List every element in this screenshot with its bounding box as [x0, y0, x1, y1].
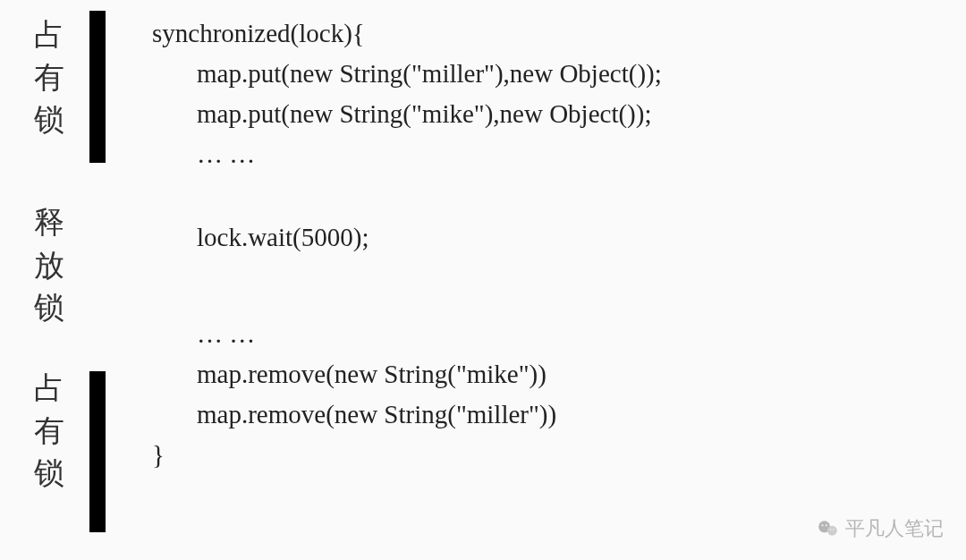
label-char: 锁 [34, 452, 64, 495]
watermark-text: 平凡人笔记 [845, 515, 944, 542]
svg-point-3 [826, 524, 827, 526]
label-char: 有 [34, 56, 64, 99]
svg-point-2 [822, 524, 824, 526]
code-line-close: } [152, 435, 966, 475]
label-char: 锁 [34, 286, 64, 329]
bars-column [72, 9, 116, 551]
label-char: 放 [34, 244, 64, 287]
label-char: 锁 [34, 98, 64, 141]
bracket-bar-1 [89, 11, 106, 163]
label-hold-lock-1: 占 有 锁 [27, 9, 72, 170]
main-container: 占 有 锁 释 放 锁 占 有 锁 synchronized(lock){ ma… [0, 0, 966, 560]
code-column: synchronized(lock){ map.put(new String("… [116, 9, 966, 551]
svg-point-4 [830, 529, 832, 530]
code-line-remove2: map.remove(new String("miller")) [152, 395, 966, 435]
spacer [152, 258, 966, 301]
code-line-put1: map.put(new String("miller"),new Object(… [152, 54, 966, 94]
svg-point-1 [827, 526, 837, 536]
label-release-lock: 释 放 锁 [27, 170, 72, 349]
code-line-put2: map.put(new String("mike"),new Object())… [152, 94, 966, 134]
svg-point-5 [833, 529, 835, 530]
wechat-icon [817, 517, 840, 540]
code-line-remove1: map.remove(new String("mike")) [152, 354, 966, 395]
label-char: 占 [34, 13, 64, 56]
code-line-ellipsis1: … … [152, 134, 966, 174]
labels-column: 占 有 锁 释 放 锁 占 有 锁 [27, 9, 72, 551]
bar-wrapper-3 [72, 371, 116, 550]
spacer [152, 174, 966, 217]
bar-wrapper-2 [72, 183, 116, 371]
spacer [152, 301, 966, 314]
label-char: 有 [34, 410, 64, 453]
code-line-ellipsis2: … … [152, 314, 966, 354]
label-char: 释 [34, 201, 64, 244]
bracket-bar-2 [89, 371, 106, 532]
watermark: 平凡人笔记 [817, 515, 944, 542]
code-line-sync: synchronized(lock){ [152, 13, 966, 54]
code-line-wait: lock.wait(5000); [152, 217, 966, 258]
label-char: 占 [34, 367, 64, 410]
label-hold-lock-2: 占 有 锁 [27, 349, 72, 519]
bar-wrapper-1 [72, 9, 116, 183]
